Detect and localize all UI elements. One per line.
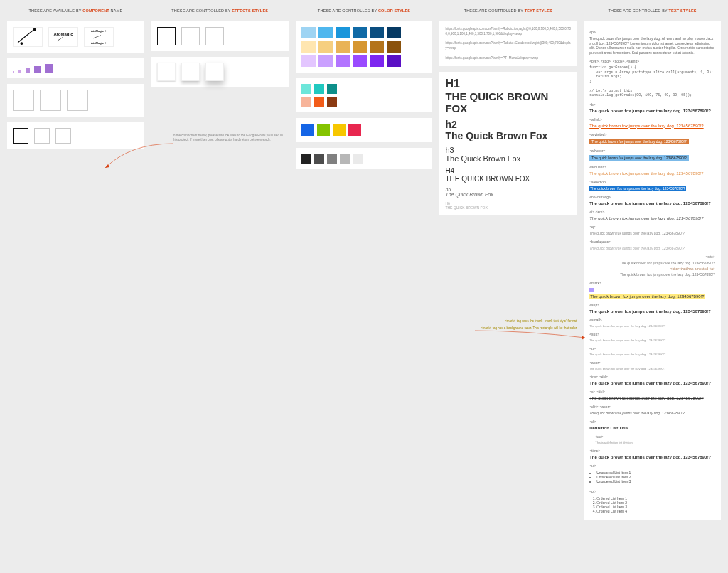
logo-mark-only [13,27,43,47]
color-swatch [387,27,401,38]
b-sample: The quick brown fox jumps over the lazy … [589,109,715,113]
placeholder-box [40,90,61,111]
font-link: https://fonts.googleapis.com/css?family=… [445,41,571,51]
heading-samples: H1 THE QUICK BROWN FOX h2 The Quick Brow… [439,72,577,215]
u-sample: The quick brown fox jumps over the lazy … [589,353,715,356]
selection-tag: ::selection [589,180,715,184]
dots-panel [7,58,144,78]
col-effects: THESE ARE CONTROLLED BY EFFECTS STYLES I… [151,7,289,143]
abbr-sample: The quick brown fox jumps over the lazy … [589,367,715,370]
color-swatch [370,55,384,67]
col-header: THESE ARE CONTROLLED BY TEXT STYLES [584,7,721,16]
del-sample: The quick brown fox jumps over the lazy … [589,396,715,400]
swatch-row-blue [301,27,427,38]
q-tag: <q> [589,225,715,229]
swatch-row-purple [301,55,427,67]
color-swatch [348,124,361,136]
color-swatch [336,41,350,53]
swatch-row-primary [301,124,427,136]
color-swatch [387,55,401,67]
dot [45,64,53,73]
leader-arrow [102,142,173,171]
em-tag: <i> <em> [589,210,715,214]
p-tag: <p> [589,30,715,34]
mark-color-box [589,288,594,292]
ins-del-tag: <ins> <del> [589,375,715,379]
p-sample: The quick brown fox jumps over the lazy … [589,36,715,55]
swatch-row-teal [301,84,427,94]
cite-link[interactable]: The quick brown fox jumps over the lazy … [589,272,715,277]
h5-sample: The Quick Brown Fox [445,192,571,197]
a-button-sample[interactable]: The quick brown fox jumps over the lazy … [589,171,715,176]
small-sample: The quick brown fox jumps over the lazy … [589,324,715,328]
color-swatch [318,27,333,38]
col-header: THESE ARE CONTROLLED BY TEXT STYLES [439,7,577,16]
pre-tag: <pre>, <kbd>, <code>, <samp> [589,59,715,63]
dl-tag: <dl> [589,419,715,424]
shadow-box [157,63,176,81]
sup-sample: The quick brown fox jumps over the lazy … [589,309,715,314]
h2-label: h2 [445,119,571,130]
font-slot[interactable] [34,128,50,144]
shadow-box [181,63,200,81]
palette-accent [296,78,433,112]
pre-sample: function getGrades() { var args = Array.… [589,65,715,98]
dd-tag: <dd> [595,434,715,439]
list-item: Ordered List Item 4 [596,509,715,513]
color-swatch [301,97,311,107]
placeholder-box [67,90,88,111]
h3-sample: The Quick Brown Fox [445,154,571,163]
a-button-tag: <a:button> [589,165,715,169]
strong-tag: <b> <strong> [589,195,715,199]
blockquote-tag: <blockquote> [589,240,715,244]
time-tag: <time> [589,449,715,453]
b-tag: <b> [589,102,715,107]
empty-boxes-panel [7,84,144,117]
color-swatch [317,124,330,136]
mark-annotation: <mark> tag uses the 'mark - mark text st… [439,319,577,346]
color-swatch [353,55,367,67]
a-hover-sample[interactable]: The quick brown fox jumps over the lazy … [589,155,689,161]
font-link: https://fonts.googleapis.com/css?family=… [445,27,571,37]
cite-link-sample[interactable]: <cite> that has a nested <a> [589,267,715,271]
palette-main [296,21,433,73]
sup-tag: <sup> [589,303,715,307]
svg-marker-5 [105,164,109,168]
shadow-effects [151,57,289,87]
placeholder-box [13,90,34,111]
swatch-row-gold [301,41,427,53]
s-del-tag: <s> <del> [589,390,715,394]
color-swatch [301,41,316,53]
color-swatch [318,41,333,53]
color-swatch [314,97,324,107]
dot [34,66,41,73]
color-swatch [387,41,401,53]
swatch-row-gray [301,154,427,164]
color-swatch [353,154,363,164]
ul-tag: <ul> [589,464,715,468]
svg-point-2 [21,43,23,45]
dfn-sample: The quick brown fox jumps over the lazy … [589,411,715,415]
col-header: THESE ARE CONTROLLED BY COLOR STYLES [296,7,433,16]
dot [13,71,14,73]
font-slot[interactable] [55,128,71,144]
h3-label: h3 [445,146,571,154]
color-swatch [301,55,316,67]
dfn-tag: <dfn> <abbr> [589,405,715,409]
sub-tag: <sub> [589,332,715,336]
h5-label: h5 [445,187,571,192]
font-slot[interactable] [13,128,28,144]
cite-tag: <cite> [589,255,715,259]
logo-panel: AtoMagic AtoMagic ✦ AtoMagic ✦ [7,21,144,53]
outline-box [181,27,200,45]
palette-gray [296,148,433,169]
font-note: In the component below, please add the l… [151,134,289,143]
h4-sample: THE QUICK BROWN FOX [445,175,571,183]
sub-sample: The quick brown fox jumps over the lazy … [589,338,715,342]
time-sample: The quick brown fox jumps over the lazy … [589,455,715,459]
color-swatch [314,84,324,94]
color-swatch [301,154,311,164]
a-visited-sample[interactable]: The quick brown fox jumps over the lazy … [589,139,689,144]
a-link-sample[interactable]: The quick brown fox jumps over the lazy … [589,124,715,128]
col-components: THESE ARE AVAILABLE BY COMPONENT NAME At… [7,7,144,149]
